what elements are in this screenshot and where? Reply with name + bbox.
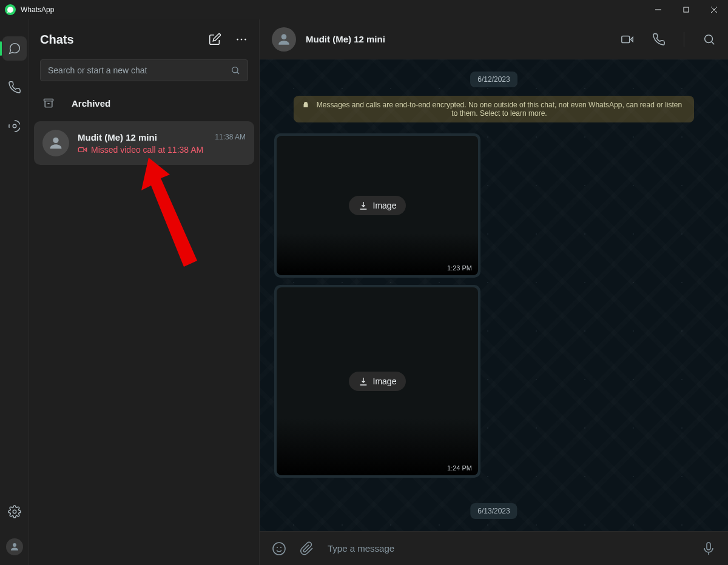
chat-subtitle: Missed video call at 11:38 AM — [91, 145, 203, 155]
chat-icon — [8, 42, 21, 55]
rail-profile-avatar[interactable] — [6, 538, 23, 555]
voicecall-icon[interactable] — [652, 33, 666, 46]
svg-point-17 — [705, 35, 713, 42]
divider — [684, 32, 684, 47]
lock-icon — [302, 101, 309, 109]
conversation-header[interactable]: Mudit (Me) 12 mini — [260, 19, 728, 59]
svg-point-19 — [273, 543, 285, 555]
status-icon — [8, 119, 21, 133]
videocall-icon[interactable] — [621, 33, 634, 46]
svg-point-5 — [13, 510, 16, 513]
titlebar: WhatsApp — [0, 0, 728, 19]
svg-point-21 — [280, 547, 281, 548]
chat-time: 11:38 AM — [215, 133, 246, 141]
archived-row[interactable]: Archived — [29, 87, 259, 119]
attach-icon[interactable] — [300, 541, 314, 556]
rail-status-button[interactable] — [2, 114, 27, 138]
svg-rect-13 — [78, 147, 84, 152]
nav-rail — [0, 19, 29, 565]
svg-marker-14 — [84, 148, 86, 151]
svg-point-8 — [244, 39, 246, 41]
composer — [260, 531, 728, 565]
download-icon — [359, 376, 368, 386]
svg-point-9 — [232, 67, 238, 73]
new-chat-icon[interactable] — [208, 33, 221, 46]
whatsapp-logo-icon — [5, 4, 16, 15]
chat-row[interactable]: Mudit (Me) 12 mini 11:38 AM Missed video… — [34, 121, 254, 165]
svg-rect-11 — [44, 99, 53, 101]
svg-rect-22 — [707, 543, 710, 550]
window-close-button[interactable] — [700, 0, 728, 19]
titlebar-title: WhatsApp — [21, 5, 54, 14]
svg-line-10 — [237, 72, 239, 74]
rail-settings-button[interactable] — [2, 500, 27, 524]
rail-chats-button[interactable] — [2, 36, 27, 61]
svg-rect-1 — [684, 7, 689, 12]
svg-point-6 — [237, 39, 238, 41]
search-in-chat-icon[interactable] — [703, 33, 716, 46]
download-label: Image — [373, 201, 397, 210]
message-bubble[interactable]: Image 1:24 PM — [274, 285, 480, 478]
sidebar: Chats Archived Mudit (Me) 12 mini — [29, 19, 260, 565]
message-time: 1:24 PM — [447, 464, 472, 472]
person-icon — [47, 135, 64, 152]
chat-name: Mudit (Me) 12 mini — [78, 132, 157, 142]
person-icon — [9, 541, 20, 552]
date-separator: 6/12/2023 — [470, 72, 517, 87]
archive-icon — [42, 97, 55, 109]
search-icon — [231, 65, 240, 75]
svg-point-7 — [241, 39, 243, 41]
download-icon — [359, 201, 368, 210]
svg-line-18 — [712, 42, 714, 44]
conversation-title: Mudit (Me) 12 mini — [306, 34, 611, 44]
message-input[interactable] — [328, 543, 688, 553]
image-placeholder: Image 1:23 PM — [277, 136, 478, 275]
svg-point-20 — [277, 547, 278, 548]
chat-avatar — [42, 130, 69, 156]
message-time: 1:23 PM — [447, 264, 472, 272]
svg-marker-16 — [631, 37, 633, 41]
mic-icon[interactable] — [701, 541, 716, 556]
sidebar-title: Chats — [40, 33, 74, 47]
emoji-icon[interactable] — [272, 541, 286, 556]
search-box[interactable] — [40, 59, 248, 81]
conversation-avatar — [272, 27, 296, 52]
encryption-notice-text: Messages and calls are end-to-end encryp… — [313, 101, 686, 118]
window-minimize-button[interactable] — [644, 0, 672, 19]
window-maximize-button[interactable] — [672, 0, 700, 19]
svg-rect-15 — [622, 36, 630, 42]
download-label: Image — [373, 376, 397, 386]
encryption-notice[interactable]: Messages and calls are end-to-end encryp… — [294, 96, 694, 122]
download-image-button[interactable]: Image — [349, 372, 406, 391]
svg-point-4 — [13, 124, 16, 128]
download-image-button[interactable]: Image — [349, 196, 406, 215]
phone-icon — [8, 81, 21, 94]
conversation-panel: Mudit (Me) 12 mini 6/12/2023 Messages an… — [260, 19, 728, 565]
gear-icon — [8, 505, 21, 518]
search-input[interactable] — [48, 65, 231, 75]
message-bubble[interactable]: Image 1:23 PM — [274, 133, 480, 278]
rail-calls-button[interactable] — [2, 75, 27, 99]
more-icon[interactable] — [235, 33, 248, 46]
date-separator: 6/13/2023 — [470, 503, 517, 519]
conversation-body: 6/12/2023 Messages and calls are end-to-… — [260, 59, 728, 531]
archived-label: Archived — [72, 98, 110, 109]
person-icon — [276, 32, 292, 47]
missed-videocall-icon — [78, 145, 87, 155]
image-placeholder: Image 1:24 PM — [277, 287, 478, 475]
